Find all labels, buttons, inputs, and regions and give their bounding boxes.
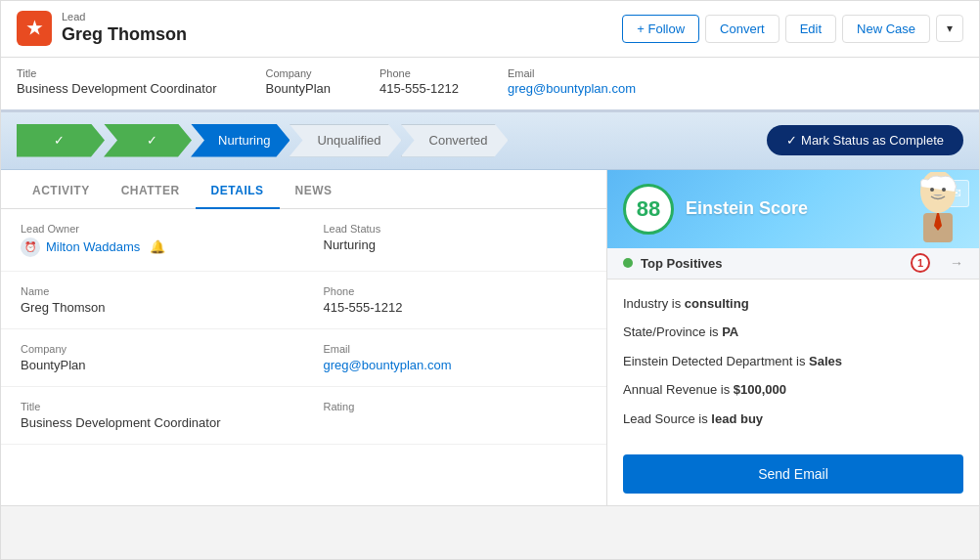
status-steps: ✓ ✓ Nurturing Unqualified Converted — [17, 124, 751, 157]
new-case-label: New Case — [857, 22, 915, 36]
einstein-score-value: 88 — [637, 196, 660, 222]
positive-5-text: Lead Source is — [623, 411, 711, 426]
step-nurturing-label: Nurturing — [218, 133, 270, 148]
meta-title-value: Business Development Coordinator — [17, 81, 217, 96]
einstein-score-header: 88 Einstein Score ✉ — [607, 170, 979, 248]
positive-2-text: State/Province is — [623, 324, 722, 339]
lead-owner-label: Lead Owner — [21, 223, 285, 235]
tab-details[interactable]: DETAILS — [196, 170, 280, 209]
record-type-label: Lead — [62, 11, 187, 23]
positives-list: Industry is consulting State/Province is… — [607, 280, 979, 444]
field-lead-owner: Lead Owner ⏰ Milton Waddams 🔔 ✏ — [1, 209, 304, 272]
tabs-bar: ACTIVITY CHATTER DETAILS NEWS — [1, 170, 606, 209]
svg-point-2 — [942, 188, 946, 192]
follow-label: + Follow — [637, 22, 685, 36]
send-email-label: Send Email — [758, 466, 828, 482]
edit-button[interactable]: Edit — [785, 15, 836, 43]
details-grid: Lead Owner ⏰ Milton Waddams 🔔 ✏ Lead Sta… — [1, 209, 606, 445]
arrow-right-icon: → — [950, 255, 963, 271]
meta-company-value: BountyPlan — [266, 81, 332, 96]
dropdown-arrow-icon: ▾ — [947, 22, 953, 35]
step-unqualified-label: Unqualified — [317, 133, 380, 148]
record-name: Greg Thomson — [62, 23, 187, 46]
name-label: Name — [21, 285, 285, 297]
field-company: Company BountyPlan ✏ — [1, 329, 304, 387]
step-converted-label: Converted — [429, 133, 488, 148]
positive-4-text: Annual Revenue is — [623, 382, 734, 397]
step-2-check: ✓ — [147, 133, 157, 148]
edit-label: Edit — [800, 22, 822, 36]
field-email: Email greg@bountyplan.com ✏ — [304, 329, 607, 387]
rating-label: Rating — [324, 401, 588, 412]
svg-point-1 — [930, 188, 934, 192]
email-label: Email — [324, 343, 588, 355]
follow-button[interactable]: + Follow — [622, 15, 699, 43]
positive-item-2: State/Province is PA — [623, 318, 963, 347]
status-step-converted[interactable]: Converted — [401, 124, 509, 157]
convert-label: Convert — [720, 22, 765, 36]
meta-email[interactable]: Email greg@bountyplan.com — [508, 67, 636, 96]
field-phone: Phone 415-555-1212 ✏ — [304, 272, 607, 329]
positive-4-highlight: $100,000 — [734, 382, 786, 397]
einstein-avatar — [894, 172, 967, 248]
tab-chatter[interactable]: CHATTER — [106, 170, 196, 209]
meta-title: Title Business Development Coordinator — [17, 67, 217, 96]
owner-avatar-icon: ⏰ — [21, 237, 40, 257]
status-step-nurturing[interactable]: Nurturing — [191, 124, 290, 157]
mark-complete-button[interactable]: ✓ Mark Status as Complete — [767, 125, 963, 155]
lead-type-icon: ★ — [17, 11, 52, 46]
green-dot-icon — [623, 258, 633, 268]
name-value: Greg Thomson — [21, 300, 285, 315]
positive-2-highlight: PA — [722, 324, 738, 339]
send-email-button[interactable]: Send Email — [623, 454, 963, 494]
status-step-1[interactable]: ✓ — [17, 124, 105, 157]
notification-badge: 1 — [911, 253, 930, 273]
company-label: Company — [21, 343, 285, 355]
phone-value: 415-555-1212 — [324, 300, 588, 315]
field-title: Title Business Development Coordinator ✏ — [1, 387, 304, 445]
title-value: Business Development Coordinator — [21, 415, 285, 430]
status-step-unqualified[interactable]: Unqualified — [289, 124, 401, 157]
meta-phone-label: Phone — [379, 67, 459, 79]
company-value: BountyPlan — [21, 358, 285, 372]
field-lead-status: Lead Status Nurturing ✏ — [304, 209, 607, 272]
meta-company-label: Company — [266, 67, 332, 79]
meta-email-value[interactable]: greg@bountyplan.com — [508, 81, 636, 96]
tab-activity[interactable]: ACTIVITY — [17, 170, 106, 209]
positive-3-text: Einstein Detected Department is — [623, 354, 809, 368]
convert-button[interactable]: Convert — [705, 15, 780, 43]
email-value[interactable]: greg@bountyplan.com — [324, 358, 452, 372]
status-step-2[interactable]: ✓ — [104, 124, 192, 157]
positive-item-1: Industry is consulting — [623, 289, 963, 319]
positive-item-3: Einstein Detected Department is Sales — [623, 347, 963, 376]
positive-item-4: Annual Revenue is $100,000 — [623, 375, 963, 405]
positive-5-highlight: lead buy — [711, 411, 763, 426]
step-1-check: ✓ — [54, 133, 65, 148]
positive-1-highlight: consulting — [685, 296, 749, 311]
mark-complete-label: ✓ Mark Status as Complete — [786, 133, 944, 148]
meta-email-label: Email — [508, 67, 636, 79]
meta-phone-value: 415-555-1212 — [379, 81, 459, 96]
bell-icon: 🔔 — [150, 239, 165, 254]
einstein-score-circle: 88 — [623, 184, 674, 235]
meta-company: Company BountyPlan — [266, 67, 332, 96]
actions-dropdown-button[interactable]: ▾ — [936, 15, 963, 42]
lead-status-label: Lead Status — [324, 223, 588, 235]
meta-phone: Phone 415-555-1212 — [379, 67, 459, 96]
positive-item-5: Lead Source is lead buy — [623, 405, 963, 434]
title-label: Title — [21, 401, 285, 412]
field-name: Name Greg Thomson ✏ — [1, 272, 304, 329]
phone-label: Phone — [324, 285, 588, 297]
positive-1-text: Industry is — [623, 296, 685, 311]
top-positives-label: Top Positives — [641, 256, 723, 271]
field-rating: Rating ✏ — [304, 387, 607, 445]
top-positives-section: Top Positives 1 → — [607, 248, 979, 280]
lead-owner-value[interactable]: Milton Waddams — [46, 239, 140, 254]
meta-title-label: Title — [17, 67, 217, 79]
lead-status-value: Nurturing — [324, 237, 588, 252]
positive-3-highlight: Sales — [809, 354, 842, 368]
new-case-button[interactable]: New Case — [842, 15, 930, 43]
einstein-title: Einstein Score — [686, 198, 808, 219]
tab-news[interactable]: NEWS — [280, 170, 348, 209]
